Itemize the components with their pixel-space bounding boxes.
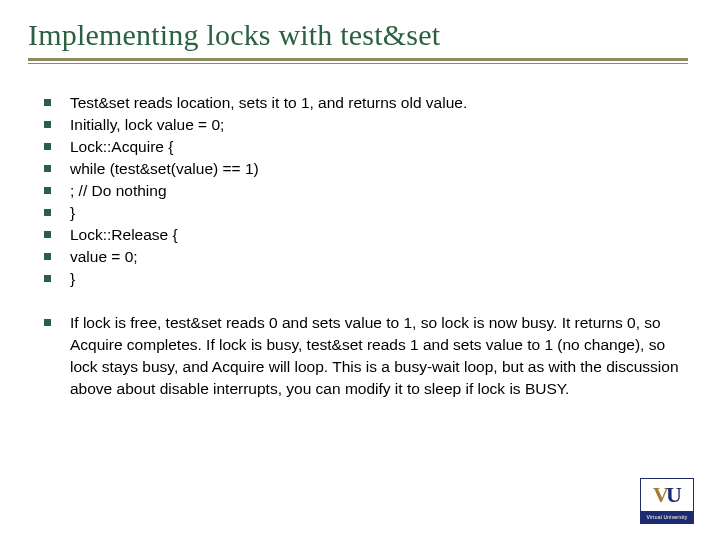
bullet-list-2: If lock is free, test&set reads 0 and se… [42,312,692,400]
bullet-list-1: Test&set reads location, sets it to 1, a… [42,92,692,290]
content-area: Test&set reads location, sets it to 1, a… [28,92,692,400]
vu-logo: VU Virtual University [640,478,694,524]
list-item: } [42,202,692,224]
slide: Implementing locks with test&set Test&se… [0,0,720,540]
list-item: ; // Do nothing [42,180,692,202]
list-item: } [42,268,692,290]
list-item: Lock::Acquire { [42,136,692,158]
logo-letter-u: U [666,482,681,508]
title-rule-thick [28,58,688,64]
vu-logo-letters: VU [641,479,693,511]
list-item: If lock is free, test&set reads 0 and se… [42,312,692,400]
vu-logo-subtitle: Virtual University [641,511,693,523]
list-item: value = 0; [42,246,692,268]
list-item: while (test&set(value) == 1) [42,158,692,180]
list-item: Test&set reads location, sets it to 1, a… [42,92,692,114]
spacer [42,290,692,312]
page-title: Implementing locks with test&set [28,18,692,52]
title-rule-thin [28,63,688,64]
list-item: Initially, lock value = 0; [42,114,692,136]
list-item: Lock::Release { [42,224,692,246]
